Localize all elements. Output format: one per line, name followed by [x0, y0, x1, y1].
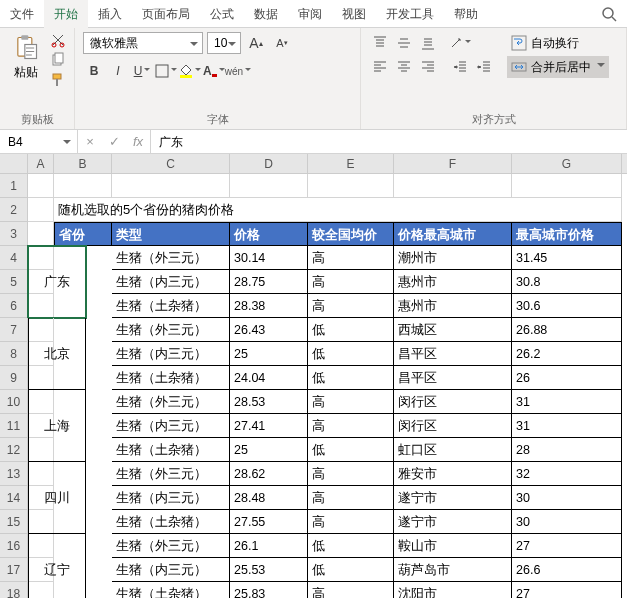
city-cell[interactable]: 沈阳市: [394, 582, 512, 598]
price-cell[interactable]: 28.53: [230, 390, 308, 414]
city-cell[interactable]: 西城区: [394, 318, 512, 342]
city-cell[interactable]: 遂宁市: [394, 486, 512, 510]
price-cell[interactable]: 25.53: [230, 558, 308, 582]
row-header-5[interactable]: 5: [0, 270, 28, 294]
menu-开发工具[interactable]: 开发工具: [376, 0, 444, 28]
price-cell[interactable]: 27.55: [230, 510, 308, 534]
row-header-13[interactable]: 13: [0, 462, 28, 486]
compare-cell[interactable]: 低: [308, 342, 394, 366]
price-cell[interactable]: 27.41: [230, 414, 308, 438]
cell[interactable]: [112, 174, 230, 198]
price-cell[interactable]: 26.1: [230, 534, 308, 558]
max-cell[interactable]: 30.6: [512, 294, 622, 318]
row-header-11[interactable]: 11: [0, 414, 28, 438]
compare-cell[interactable]: 低: [308, 366, 394, 390]
price-cell[interactable]: 25.83: [230, 582, 308, 598]
font-name-select[interactable]: 微软雅黑: [83, 32, 203, 54]
format-painter-icon[interactable]: [50, 72, 66, 88]
paste-button[interactable]: 粘贴: [8, 32, 44, 83]
menu-文件[interactable]: 文件: [0, 0, 44, 28]
column-header-F[interactable]: F: [394, 154, 512, 173]
province-cell[interactable]: 北京: [28, 318, 86, 390]
compare-cell[interactable]: 高: [308, 390, 394, 414]
type-cell[interactable]: 生猪（土杂猪）: [112, 582, 230, 598]
max-cell[interactable]: 31: [512, 414, 622, 438]
type-cell[interactable]: 生猪（外三元）: [112, 246, 230, 270]
row-header-15[interactable]: 15: [0, 510, 28, 534]
max-cell[interactable]: 26.88: [512, 318, 622, 342]
row-header-7[interactable]: 7: [0, 318, 28, 342]
max-cell[interactable]: 31.45: [512, 246, 622, 270]
price-cell[interactable]: 28.38: [230, 294, 308, 318]
menu-开始[interactable]: 开始: [44, 0, 88, 28]
decrease-font-icon[interactable]: A▾: [271, 32, 293, 54]
type-cell[interactable]: 生猪（土杂猪）: [112, 366, 230, 390]
compare-cell[interactable]: 高: [308, 510, 394, 534]
city-cell[interactable]: 潮州市: [394, 246, 512, 270]
wrap-text-button[interactable]: 自动换行: [507, 32, 609, 54]
table-title[interactable]: 随机选取的5个省份的猪肉价格: [54, 198, 622, 222]
fx-icon[interactable]: fx: [126, 134, 150, 149]
bold-button[interactable]: B: [83, 60, 105, 82]
menu-页面布局[interactable]: 页面布局: [132, 0, 200, 28]
cell[interactable]: [308, 174, 394, 198]
price-cell[interactable]: 25: [230, 342, 308, 366]
increase-font-icon[interactable]: A▴: [245, 32, 267, 54]
table-header[interactable]: 类型: [112, 222, 230, 246]
row-header-2[interactable]: 2: [0, 198, 28, 222]
align-right-icon[interactable]: [417, 56, 439, 78]
name-box[interactable]: B4: [0, 130, 78, 154]
confirm-icon[interactable]: ✓: [102, 134, 126, 149]
row-header-1[interactable]: 1: [0, 174, 28, 198]
compare-cell[interactable]: 高: [308, 582, 394, 598]
column-header-B[interactable]: B: [54, 154, 112, 173]
column-header-C[interactable]: C: [112, 154, 230, 173]
compare-cell[interactable]: 高: [308, 414, 394, 438]
compare-cell[interactable]: 高: [308, 246, 394, 270]
row-header-9[interactable]: 9: [0, 366, 28, 390]
increase-indent-icon[interactable]: [473, 56, 495, 78]
table-header[interactable]: 较全国均价: [308, 222, 394, 246]
merge-center-button[interactable]: 合并后居中: [507, 56, 609, 78]
price-cell[interactable]: 26.43: [230, 318, 308, 342]
max-cell[interactable]: 31: [512, 390, 622, 414]
province-cell[interactable]: 上海: [28, 390, 86, 462]
underline-button[interactable]: U: [131, 60, 153, 82]
type-cell[interactable]: 生猪（内三元）: [112, 414, 230, 438]
type-cell[interactable]: 生猪（外三元）: [112, 318, 230, 342]
type-cell[interactable]: 生猪（土杂猪）: [112, 438, 230, 462]
cell[interactable]: [512, 174, 622, 198]
compare-cell[interactable]: 低: [308, 558, 394, 582]
city-cell[interactable]: 惠州市: [394, 270, 512, 294]
table-header[interactable]: 价格最高城市: [394, 222, 512, 246]
row-header-16[interactable]: 16: [0, 534, 28, 558]
cell[interactable]: [28, 198, 54, 222]
compare-cell[interactable]: 低: [308, 534, 394, 558]
province-cell[interactable]: 广东: [28, 246, 86, 318]
price-cell[interactable]: 30.14: [230, 246, 308, 270]
font-color-button[interactable]: A: [203, 60, 225, 82]
search-icon[interactable]: [601, 6, 617, 22]
table-header[interactable]: 价格: [230, 222, 308, 246]
type-cell[interactable]: 生猪（内三元）: [112, 342, 230, 366]
city-cell[interactable]: 惠州市: [394, 294, 512, 318]
max-cell[interactable]: 28: [512, 438, 622, 462]
row-header-10[interactable]: 10: [0, 390, 28, 414]
cell[interactable]: [54, 174, 112, 198]
city-cell[interactable]: 鞍山市: [394, 534, 512, 558]
cell[interactable]: [28, 174, 54, 198]
price-cell[interactable]: 25: [230, 438, 308, 462]
select-all-corner[interactable]: [0, 154, 28, 173]
row-header-6[interactable]: 6: [0, 294, 28, 318]
max-cell[interactable]: 27: [512, 582, 622, 598]
city-cell[interactable]: 遂宁市: [394, 510, 512, 534]
type-cell[interactable]: 生猪（外三元）: [112, 390, 230, 414]
italic-button[interactable]: I: [107, 60, 129, 82]
worksheet[interactable]: ABCDEFG 12随机选取的5个省份的猪肉价格3省份类型价格较全国均价价格最高…: [0, 154, 627, 598]
table-header[interactable]: 省份: [54, 222, 112, 246]
max-cell[interactable]: 27: [512, 534, 622, 558]
cancel-icon[interactable]: ×: [78, 134, 102, 149]
compare-cell[interactable]: 高: [308, 486, 394, 510]
type-cell[interactable]: 生猪（内三元）: [112, 270, 230, 294]
menu-视图[interactable]: 视图: [332, 0, 376, 28]
